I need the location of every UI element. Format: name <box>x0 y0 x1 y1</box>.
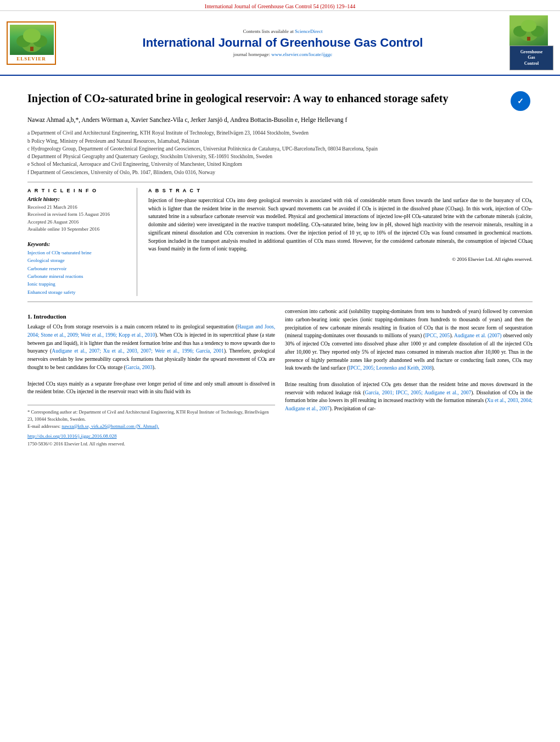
journal-homepage: journal homepage: www.elsevier.com/locat… <box>61 52 504 57</box>
elsevier-brand-text: ELSEVIER <box>10 56 53 62</box>
ref-xu-audigane[interactable]: Xu et al., 2003, 2004; Audigane et al., … <box>285 398 533 411</box>
email-footnote: E-mail addresses: nawza@kth.se, virk.a26… <box>27 423 275 430</box>
ref-ipcc-2005[interactable]: IPCC, 2005 <box>425 333 450 338</box>
copyright-notice: © 2016 Elsevier Ltd. All rights reserved… <box>148 256 533 262</box>
contents-available: Contents lists available at ScienceDirec… <box>61 29 504 34</box>
sciencedirect-link[interactable]: ScienceDirect <box>295 29 322 34</box>
homepage-link[interactable]: www.elsevier.com/locate/ijggc <box>271 52 332 57</box>
affiliations: a Department of Civil and Architectural … <box>27 129 533 176</box>
keyword-5[interactable]: Ionic trapping <box>27 280 128 288</box>
keyword-1[interactable]: Injection of CO₂-saturated brine <box>27 249 128 256</box>
article-title: Injection of CO₂-saturated brine in geol… <box>27 91 505 106</box>
affiliation-e: e School of Mechanical, Aerospace and Ci… <box>27 160 533 168</box>
intro-para-1: Leakage of CO₂ from storage reservoirs i… <box>27 323 275 371</box>
elsevier-logo: ELSEVIER <box>7 21 56 65</box>
svg-rect-9 <box>527 37 530 41</box>
citation-text: International Journal of Greenhouse Gas … <box>205 3 355 9</box>
keyword-4[interactable]: Carbonate mineral reactions <box>27 272 128 280</box>
article-info: A R T I C L E I N F O Article history: R… <box>27 188 137 296</box>
journal-logo-text: Greenhouse Gas Control <box>509 46 553 70</box>
keywords-label: Keywords: <box>27 242 128 247</box>
affiliation-d: d Department of Physical Geography and Q… <box>27 153 533 160</box>
journal-logo: Greenhouse Gas Control <box>509 15 553 70</box>
keyword-6[interactable]: Enhanced storage safety <box>27 288 128 296</box>
body-columns: 1. Introduction Leakage of CO₂ from stor… <box>27 308 533 447</box>
abstract-title: A B S T R A C T <box>148 188 533 193</box>
journal-title-area: Contents lists available at ScienceDirec… <box>56 29 509 57</box>
intro-para-2: Injected CO₂ stays mainly as a separate … <box>27 380 275 396</box>
intro-heading: 1. Introduction <box>27 313 275 320</box>
ref-haugan[interactable]: Haugan and Joos, 2004; Stone et al., 200… <box>27 324 275 338</box>
ref-garcia-ipcc[interactable]: García, 2001; IPCC, 2005; Audigane et al… <box>365 390 471 395</box>
journal-header: ELSEVIER Contents lists available at Sci… <box>0 11 560 76</box>
info-abstract-section: A R T I C L E I N F O Article history: R… <box>27 188 533 296</box>
received-revised: Received in revised form 15 August 2016 <box>27 211 128 219</box>
article-history-label: Article history: <box>27 197 128 202</box>
article-title-section: Injection of CO₂-saturated brine in geol… <box>27 91 533 111</box>
issn-line: 1750-5836/© 2016 Elsevier Ltd. All right… <box>27 440 275 448</box>
crossmark-icon: ✓ <box>511 91 530 111</box>
available-online: Available online 10 September 2016 <box>27 226 128 233</box>
affiliation-c: c Hydrogeology Group, Department of Geot… <box>27 145 533 153</box>
email-link[interactable]: nawza@kth.se, virk.a26@hotmail.com (N. A… <box>61 423 159 429</box>
right-para-1: conversion into carbonic acid (solubilit… <box>285 308 533 372</box>
right-para-2: Brine resulting from dissolution of inje… <box>285 381 533 413</box>
accepted: Accepted 26 August 2016 <box>27 219 128 226</box>
ref-audigane-2007[interactable]: Audigane et al. (2007) <box>454 333 501 338</box>
authors-line: Nawaz Ahmad a,b,*, Anders Wörman a, Xavi… <box>27 115 533 125</box>
ref-garcia-2003[interactable]: García, 2003 <box>126 365 153 370</box>
abstract-text: Injection of free-phase supercritical CO… <box>148 197 533 253</box>
divider-2 <box>27 302 533 302</box>
ref-audigane[interactable]: Audigane et al., 2007; Xu et al., 2003, … <box>52 348 224 354</box>
footnote-area: * Corresponding author at: Department of… <box>27 405 275 448</box>
journal-title: International Journal of Greenhouse Gas … <box>61 36 504 50</box>
svg-point-3 <box>23 29 41 43</box>
abstract-section: A B S T R A C T Injection of free-phase … <box>148 188 533 296</box>
svg-rect-4 <box>30 47 33 51</box>
corresponding-footnote: * Corresponding author at: Department of… <box>27 409 275 423</box>
received-1: Received 21 March 2016 <box>27 204 128 211</box>
affiliation-b: b Policy Wing, Ministry of Petroleum and… <box>27 137 533 145</box>
journal-logo-image <box>509 15 548 46</box>
journal-citation: International Journal of Greenhouse Gas … <box>0 0 560 11</box>
right-column: conversion into carbonic acid (solubilit… <box>285 308 533 447</box>
affiliation-a: a Department of Civil and Architectural … <box>27 129 533 137</box>
svg-point-8 <box>521 20 536 32</box>
keyword-2[interactable]: Geological storage <box>27 256 128 264</box>
left-column: 1. Introduction Leakage of CO₂ from stor… <box>27 308 275 447</box>
affiliation-f: f Department of Geosciences, University … <box>27 169 533 176</box>
keyword-3[interactable]: Carbonate reservoir <box>27 265 128 272</box>
divider-1 <box>27 182 533 182</box>
main-content: Injection of CO₂-saturated brine in geol… <box>0 76 560 453</box>
doi-area: http://dx.doi.org/10.1016/j.ijggc.2016.0… <box>27 433 275 440</box>
article-info-title: A R T I C L E I N F O <box>27 188 128 193</box>
crossmark-badge: ✓ <box>511 91 533 111</box>
elsevier-tree-image <box>10 25 54 55</box>
doi-link[interactable]: http://dx.doi.org/10.1016/j.ijggc.2016.0… <box>27 433 117 439</box>
ref-ipcc-leonenko[interactable]: IPCC, 2005; Leonenko and Keith, 2008 <box>349 365 432 371</box>
